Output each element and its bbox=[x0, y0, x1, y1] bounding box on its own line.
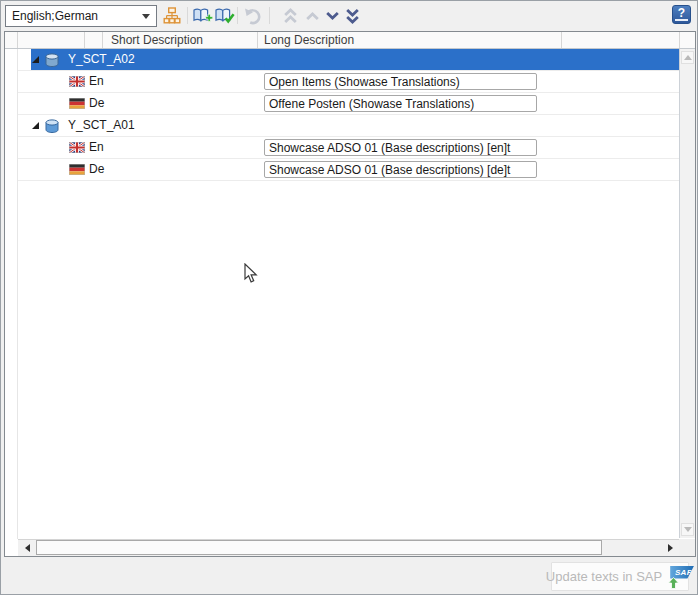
adso-cylinder-icon bbox=[44, 53, 60, 68]
long-description-input[interactable] bbox=[264, 139, 537, 156]
app-window: English;German bbox=[0, 0, 698, 595]
vertical-scrollbar[interactable] bbox=[679, 49, 695, 538]
toolbar-separator bbox=[187, 7, 188, 24]
language-code: En bbox=[89, 74, 104, 88]
chevron-down-icon bbox=[325, 10, 340, 22]
language-code: De bbox=[89, 162, 104, 176]
triangle-up-icon bbox=[684, 55, 692, 60]
chevron-up-icon bbox=[305, 10, 320, 22]
long-description-input[interactable] bbox=[264, 95, 537, 112]
grid-header: Short Description Long Description bbox=[5, 32, 695, 49]
undo-button[interactable] bbox=[242, 5, 264, 27]
language-code: De bbox=[89, 96, 104, 110]
toolbar-separator bbox=[237, 7, 238, 24]
tree-row-language[interactable]: En bbox=[18, 137, 679, 159]
german-flag-icon bbox=[69, 98, 85, 109]
move-first-button[interactable] bbox=[279, 5, 301, 27]
validate-texts-button[interactable] bbox=[213, 5, 235, 27]
book-pages-decoration bbox=[675, 19, 688, 21]
object-name: Y_SCT_A01 bbox=[68, 118, 135, 132]
undo-icon bbox=[243, 7, 263, 25]
triangle-right-icon bbox=[668, 544, 673, 552]
object-name: Y_SCT_A02 bbox=[68, 52, 135, 66]
long-description-input[interactable] bbox=[264, 73, 537, 90]
upload-arrow-icon bbox=[668, 577, 679, 589]
language-pair-value: English;German bbox=[12, 9, 142, 23]
scroll-down-button[interactable] bbox=[681, 523, 694, 536]
column-header-long-description[interactable]: Long Description bbox=[264, 33, 354, 47]
chevron-down-icon bbox=[142, 14, 150, 19]
translation-grid: Short Description Long Description Y_SCT… bbox=[4, 31, 696, 557]
double-chevron-up-icon bbox=[283, 8, 298, 24]
triangle-down-icon bbox=[684, 527, 692, 532]
move-down-button[interactable] bbox=[321, 5, 343, 27]
language-code: En bbox=[89, 140, 104, 154]
tree-row-language[interactable]: En bbox=[18, 71, 679, 93]
toolbar-separator bbox=[269, 7, 270, 24]
move-up-button[interactable] bbox=[301, 5, 323, 27]
scroll-right-button[interactable] bbox=[663, 540, 678, 555]
scroll-up-button[interactable] bbox=[681, 51, 694, 64]
tree-row-object[interactable]: Y_SCT_A01 bbox=[18, 115, 679, 137]
scroll-left-button[interactable] bbox=[20, 540, 35, 555]
column-header-short-description[interactable]: Short Description bbox=[111, 33, 203, 47]
tree-row-object[interactable]: Y_SCT_A02 bbox=[18, 49, 679, 71]
german-flag-icon bbox=[69, 164, 85, 175]
sap-upload-icon: SAP bbox=[668, 565, 694, 589]
double-chevron-down-icon bbox=[345, 8, 360, 24]
tree-row-language[interactable]: De bbox=[18, 159, 679, 181]
book-add-icon bbox=[192, 7, 213, 25]
tree-expanded-icon[interactable] bbox=[31, 55, 40, 64]
horizontal-scrollbar-thumb[interactable] bbox=[36, 540, 602, 555]
help-button[interactable]: ? bbox=[672, 5, 691, 24]
language-pair-dropdown[interactable]: English;German bbox=[5, 5, 157, 27]
hierarchy-view-button[interactable] bbox=[161, 5, 183, 27]
scrollbar-corner bbox=[679, 539, 695, 556]
move-last-button[interactable] bbox=[341, 5, 363, 27]
org-chart-icon bbox=[163, 7, 181, 25]
long-description-input[interactable] bbox=[264, 161, 537, 178]
triangle-left-icon bbox=[25, 544, 30, 552]
help-label: ? bbox=[678, 6, 685, 20]
uk-flag-icon bbox=[69, 76, 85, 87]
add-dictionary-button[interactable] bbox=[191, 5, 213, 27]
adso-cylinder-icon bbox=[44, 119, 60, 134]
update-texts-button[interactable]: Update texts in SAP SAP bbox=[551, 562, 689, 591]
tree-row-language[interactable]: De bbox=[18, 93, 679, 115]
uk-flag-icon bbox=[69, 142, 85, 153]
update-texts-label: Update texts in SAP bbox=[546, 569, 662, 584]
tree-expanded-icon[interactable] bbox=[31, 121, 40, 130]
book-check-icon bbox=[214, 7, 235, 25]
